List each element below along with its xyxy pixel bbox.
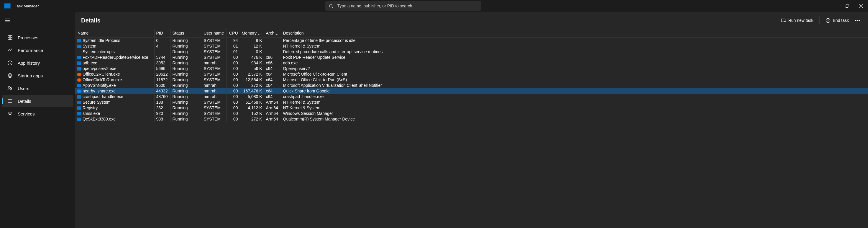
processes-icon (7, 34, 13, 40)
cell-user: SYSTEM (202, 65, 226, 71)
sidebar-item-label: Details (18, 98, 31, 104)
more-icon (855, 20, 860, 21)
process-icon (77, 106, 82, 110)
table-row[interactable]: AppVShNotify.exe9600Runningmmrah00272 Kx… (75, 82, 868, 88)
table-body: System Idle Process0RunningSYSTEM948 KPe… (75, 37, 868, 122)
sidebar-item-startup-apps[interactable]: Startup apps (2, 69, 73, 82)
svg-rect-10 (10, 35, 12, 37)
sidebar-item-services[interactable]: Services (2, 108, 73, 120)
cell-arch: Arm64 (264, 110, 281, 116)
page-title: Details (81, 17, 777, 24)
cell-memory: 2,372 K (240, 71, 264, 77)
cell-name: FoxitPDFReaderUpdateService.exe (75, 54, 154, 60)
window-controls (827, 0, 868, 12)
table-row[interactable]: System Idle Process0RunningSYSTEM948 KPe… (75, 37, 868, 44)
cell-arch (264, 49, 281, 54)
cell-user: SYSTEM (202, 43, 226, 49)
col-header-user[interactable]: User name (202, 29, 226, 37)
cell-arch: x86 (264, 60, 281, 65)
process-icon (77, 112, 82, 115)
table-row[interactable]: openvpnserv2.exe5696RunningSYSTEM0056 Kx… (75, 65, 868, 71)
table-row[interactable]: Registry232RunningSYSTEM004,112 KArm64NT… (75, 105, 868, 110)
cell-pid: - (154, 49, 170, 54)
cell-user: SYSTEM (202, 116, 226, 122)
cell-memory: 56 K (240, 65, 264, 71)
table-row[interactable]: adb.exe3952Runningmmrah00984 Kx86adb.exe (75, 60, 868, 65)
cell-cpu: 00 (226, 71, 240, 77)
cell-arch: x86 (264, 54, 281, 60)
svg-point-34 (859, 20, 860, 21)
cell-desc: adb.exe (281, 60, 868, 65)
cell-cpu: 01 (226, 43, 240, 49)
cell-memory: 167,476 K (240, 88, 264, 94)
cell-status: Running (170, 88, 202, 94)
svg-point-0 (330, 4, 332, 7)
cell-user: SYSTEM (202, 37, 226, 44)
table-row[interactable]: nearby_share.exe44332Runningmmrah00167,4… (75, 88, 868, 94)
details-table-wrap[interactable]: Name PID Status User name CPU Memory (ac… (75, 29, 868, 228)
cell-desc: Foxit PDF Reader Update Service (281, 54, 868, 60)
sidebar-item-users[interactable]: Users (2, 82, 73, 94)
svg-line-31 (827, 19, 829, 22)
col-header-status[interactable]: Status (170, 29, 202, 37)
col-header-desc[interactable]: Description (281, 29, 868, 37)
sidebar-item-details[interactable]: Details (2, 95, 73, 107)
cell-cpu: 00 (226, 105, 240, 110)
cell-user: mmrah (202, 60, 226, 65)
sidebar-item-processes[interactable]: Processes (2, 31, 73, 44)
col-header-cpu[interactable]: CPU (226, 29, 240, 37)
close-button[interactable] (854, 0, 868, 12)
cell-desc: NT Kernel & System (281, 43, 868, 49)
table-row[interactable]: OfficeC2RClient.exe20612RunningSYSTEM002… (75, 71, 868, 77)
process-icon (77, 84, 82, 87)
hamburger-button[interactable] (0, 15, 75, 26)
col-header-pid[interactable]: PID (154, 29, 170, 37)
cell-status: Running (170, 54, 202, 60)
users-icon (7, 85, 13, 91)
run-new-task-button[interactable]: Run new task (777, 16, 817, 25)
sidebar-item-label: Processes (18, 35, 38, 40)
cell-memory: 8 K (240, 37, 264, 44)
search-input[interactable] (337, 4, 477, 8)
maximize-button[interactable] (840, 0, 854, 12)
process-icon (77, 73, 82, 76)
cell-desc: Microsoft Application Virtualization Cli… (281, 82, 868, 88)
sidebar-item-label: Services (18, 111, 35, 116)
svg-rect-3 (845, 5, 848, 8)
sidebar-item-app-history[interactable]: App history (2, 57, 73, 69)
sidebar-item-performance[interactable]: Performance (2, 44, 73, 56)
cell-cpu: 00 (226, 77, 240, 82)
table-row[interactable]: OfficeClickToRun.exe11872RunningSYSTEM00… (75, 77, 868, 82)
more-options-button[interactable] (852, 18, 862, 23)
svg-point-24 (8, 101, 8, 101)
cell-desc: crashpad_handler.exe (281, 94, 868, 99)
table-row[interactable]: System interrupts-RunningSYSTEM010 KDefe… (75, 49, 868, 54)
cell-memory: 272 K (240, 116, 264, 122)
cell-name: System interrupts (75, 49, 154, 54)
cell-memory: 51,468 K (240, 99, 264, 105)
end-task-button[interactable]: End task (822, 16, 852, 25)
col-header-memory[interactable]: Memory (ac... (240, 29, 264, 37)
table-row[interactable]: QcSkExt8380.exe988RunningSYSTEM00272 KAr… (75, 116, 868, 122)
search-box[interactable] (325, 1, 481, 11)
table-row[interactable]: Secure System188RunningSYSTEM0051,468 KA… (75, 99, 868, 105)
svg-line-1 (332, 7, 333, 8)
table-row[interactable]: crashpad_handler.exe48760Runningmmrah005… (75, 94, 868, 99)
cell-pid: 3952 (154, 60, 170, 65)
col-header-name[interactable]: Name (75, 29, 154, 37)
minimize-button[interactable] (827, 0, 840, 12)
cell-pid: 48760 (154, 94, 170, 99)
col-header-arch[interactable]: Architec...⌄ (264, 29, 281, 37)
cell-pid: 988 (154, 116, 170, 122)
table-row[interactable]: System4RunningSYSTEM0112 KNT Kernel & Sy… (75, 43, 868, 49)
details-icon (7, 98, 13, 104)
process-icon (77, 45, 82, 48)
table-row[interactable]: smss.exe920RunningSYSTEM00152 KArm64Wind… (75, 110, 868, 116)
cell-desc: Microsoft Office Click-to-Run (SxS) (281, 77, 868, 82)
table-row[interactable]: FoxitPDFReaderUpdateService.exe5744Runni… (75, 54, 868, 60)
sidebar-item-label: Startup apps (18, 73, 43, 78)
cell-cpu: 00 (226, 110, 240, 116)
cell-desc: Windows Session Manager (281, 110, 868, 116)
cell-status: Running (170, 99, 202, 105)
process-icon (77, 89, 82, 93)
